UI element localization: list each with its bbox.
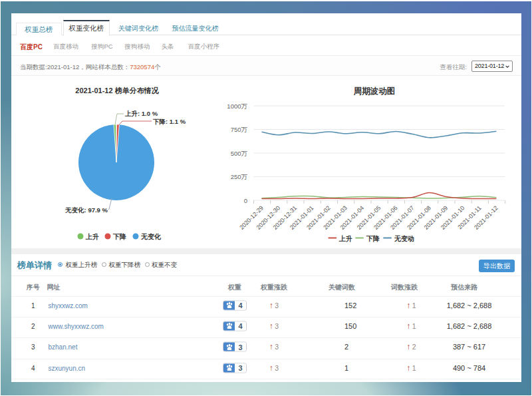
svg-text:250万: 250万 bbox=[231, 173, 248, 180]
svg-text:2021-01-12 榜单分布情况: 2021-01-12 榜单分布情况 bbox=[75, 87, 159, 95]
svg-text:下降: 下降 bbox=[112, 233, 126, 240]
svg-text:上升: 上升 bbox=[85, 233, 99, 240]
svg-text:上升: 1.0 %: 上升: 1.0 % bbox=[124, 110, 158, 117]
svg-text:0: 0 bbox=[244, 197, 247, 204]
svg-text:上升: 上升 bbox=[338, 235, 352, 242]
svg-text:周期波动图: 周期波动图 bbox=[353, 87, 396, 96]
svg-text:无变化: 97.9 %: 无变化: 97.9 % bbox=[65, 206, 108, 214]
svg-text:下降: 下降 bbox=[366, 235, 380, 242]
svg-text:1000万: 1000万 bbox=[227, 102, 247, 110]
svg-text:无变动: 无变动 bbox=[394, 235, 414, 242]
svg-text:750万: 750万 bbox=[231, 126, 248, 133]
svg-text:500万: 500万 bbox=[231, 150, 248, 157]
svg-text:下降: 1.1 %: 下降: 1.1 % bbox=[152, 118, 186, 125]
svg-text:无变化: 无变化 bbox=[140, 233, 162, 240]
